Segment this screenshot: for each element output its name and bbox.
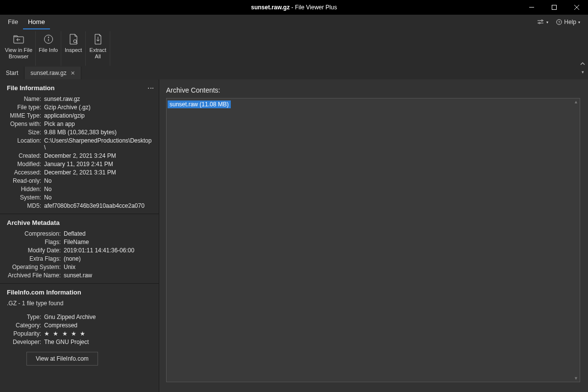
close-icon bbox=[574, 5, 579, 10]
fileinfo-com-title: FileInfo.com Information bbox=[7, 289, 81, 296]
archive-contents-panel: Archive Contents: sunset.raw (11.08 MB) … bbox=[159, 79, 588, 392]
extra-flags-value: (none) bbox=[64, 255, 81, 262]
content-area: File Information ⋮ Name:sunset.raw.gz Fi… bbox=[0, 79, 588, 392]
title-appname: File Viewer Plus bbox=[295, 4, 337, 11]
file-information-title: File Information bbox=[7, 84, 55, 92]
folder-arrow-icon bbox=[13, 35, 24, 44]
archive-contents-title: Archive Contents: bbox=[166, 86, 580, 94]
hidden-value: No bbox=[44, 186, 51, 193]
scroll-down-icon[interactable]: ▼ bbox=[574, 376, 578, 381]
view-in-file-browser-button[interactable]: View in File Browser bbox=[2, 31, 36, 66]
fi-type-value: Gnu Zipped Archive bbox=[44, 314, 96, 320]
archive-file-item[interactable]: sunset.raw (11.08 MB) bbox=[168, 100, 231, 108]
flags-value: FileName bbox=[64, 239, 89, 245]
chevron-up-icon bbox=[580, 62, 585, 66]
accessed-value: December 2, 2021 3:31 PM bbox=[44, 169, 116, 176]
inspect-button[interactable]: Inspect bbox=[61, 31, 86, 66]
fi-popularity-value: ★ ★ ★ ★ ★ bbox=[44, 330, 86, 337]
tab-file[interactable]: sunset.raw.gz ✕ bbox=[24, 67, 81, 79]
maximize-button[interactable] bbox=[543, 0, 565, 15]
size-value: 9.88 MB (10,362,383 bytes) bbox=[44, 129, 117, 136]
readonly-value: No bbox=[44, 177, 51, 184]
info-panel: File Information ⋮ Name:sunset.raw.gz Fi… bbox=[0, 79, 159, 392]
archive-metadata-section: Archive Metadata Compression:Deflated Fl… bbox=[0, 214, 159, 284]
sliders-icon bbox=[538, 20, 544, 24]
extract-icon bbox=[94, 34, 102, 45]
location-value: C:\Users\SharpenedProductions\Desktop\ bbox=[44, 137, 152, 151]
settings-button[interactable]: ▾ bbox=[538, 20, 548, 24]
title-bar: sunset.raw.gz - File Viewer Plus bbox=[0, 0, 588, 15]
system-value: No bbox=[44, 194, 51, 201]
help-icon: ? bbox=[556, 19, 562, 25]
tab-start[interactable]: Start bbox=[0, 67, 24, 79]
tabs-dropdown-button[interactable]: ▾ bbox=[582, 70, 584, 74]
panel-menu-button[interactable]: ⋮ bbox=[150, 85, 152, 92]
opens-with-value[interactable]: Pick an app bbox=[44, 121, 75, 127]
file-information-section: File Information ⋮ Name:sunset.raw.gz Fi… bbox=[0, 79, 159, 214]
svg-point-13 bbox=[48, 37, 49, 38]
archived-name-value: sunset.raw bbox=[64, 272, 92, 279]
document-search-icon bbox=[69, 34, 78, 45]
modified-value: January 11, 2019 2:41 PM bbox=[44, 161, 113, 168]
view-at-fileinfo-button[interactable]: View at FileInfo.com bbox=[26, 352, 98, 366]
menu-home[interactable]: Home bbox=[23, 15, 50, 29]
created-value: December 2, 2021 3:24 PM bbox=[44, 152, 116, 159]
info-icon bbox=[44, 34, 53, 44]
mime-type-value: application/gzip bbox=[44, 112, 85, 119]
fi-category-value: Compressed bbox=[44, 322, 77, 329]
svg-point-5 bbox=[541, 20, 543, 22]
svg-point-14 bbox=[74, 40, 76, 43]
compression-value: Deflated bbox=[64, 230, 86, 237]
svg-rect-1 bbox=[552, 5, 557, 10]
ribbon-toolbar: View in File Browser File Info Inspect E… bbox=[0, 29, 588, 67]
archive-metadata-title: Archive Metadata bbox=[7, 219, 60, 226]
tab-close-icon[interactable]: ✕ bbox=[71, 70, 75, 76]
fileinfo-com-section: FileInfo.com Information .GZ - 1 file ty… bbox=[0, 284, 159, 371]
minimize-button[interactable] bbox=[520, 0, 543, 15]
chevron-down-icon: ▾ bbox=[546, 20, 548, 24]
svg-text:?: ? bbox=[558, 20, 561, 24]
menu-bar: File Home ▾ ? Help ▾ bbox=[0, 15, 588, 29]
title-filename: sunset.raw.gz bbox=[251, 4, 290, 11]
file-info-button[interactable]: File Info bbox=[36, 31, 61, 66]
close-button[interactable] bbox=[565, 0, 588, 15]
md5-value: afef7080bc6746b3e910aab4cce2a070 bbox=[44, 202, 145, 209]
fileinfo-com-subtitle: .GZ - 1 file type found bbox=[0, 299, 159, 308]
file-name-value: sunset.raw.gz bbox=[44, 96, 80, 102]
svg-point-7 bbox=[539, 23, 540, 24]
window-controls bbox=[520, 0, 588, 15]
minimize-icon bbox=[529, 5, 534, 10]
collapse-ribbon-button[interactable] bbox=[580, 62, 585, 66]
file-type-value: Gzip Archive (.gz) bbox=[44, 104, 91, 111]
menu-file[interactable]: File bbox=[3, 15, 23, 29]
extract-all-button[interactable]: Extract All bbox=[86, 31, 110, 66]
maximize-icon bbox=[552, 5, 557, 10]
os-value: Unix bbox=[64, 264, 75, 270]
archive-list[interactable]: sunset.raw (11.08 MB) ▲ ▼ bbox=[166, 98, 580, 382]
window-title: sunset.raw.gz - File Viewer Plus bbox=[0, 4, 588, 11]
document-tabs: Start sunset.raw.gz ✕ ▾ bbox=[0, 67, 588, 79]
fi-developer-value: The GNU Project bbox=[44, 339, 89, 345]
help-button[interactable]: ? Help ▾ bbox=[556, 19, 580, 25]
scroll-up-icon[interactable]: ▲ bbox=[574, 99, 578, 104]
chevron-down-icon: ▾ bbox=[578, 20, 580, 24]
modify-date-value: 2019:01:11 14:41:36-06:00 bbox=[64, 247, 134, 254]
